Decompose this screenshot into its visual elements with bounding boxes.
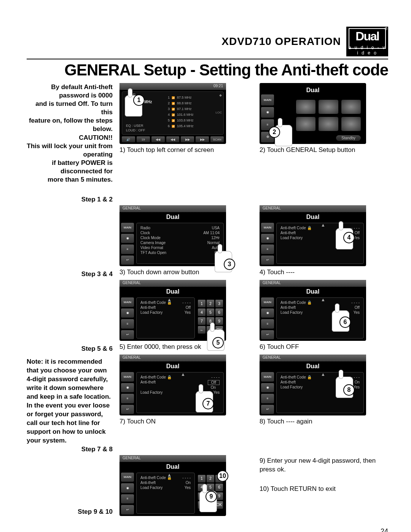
step-7-8-label: Step 7 & 8 (27, 445, 113, 454)
key-3: 3 (215, 300, 223, 307)
app-bt-icon (296, 117, 315, 131)
general-label: GENERAL (119, 205, 226, 212)
up-arrow-icon: ▲ (167, 297, 172, 302)
eq-icon: ≡ (121, 394, 134, 403)
disc-icon: ◉ (121, 483, 134, 493)
lock-icon: 🔒 (307, 226, 312, 230)
caption-10: 10) Touch RETURN to exit (260, 485, 388, 494)
brand-label: Dual (119, 463, 226, 470)
step-number-1: 1 (133, 94, 145, 106)
divider (27, 59, 388, 59)
app-ipod-icon (341, 100, 361, 114)
eq-icon: ≡ (261, 319, 274, 329)
main-button: MAIN (121, 372, 134, 382)
main-button: MAIN (261, 372, 274, 382)
product-name: XDVD710 (221, 35, 272, 47)
operation-label: OPERATION (275, 35, 341, 47)
return-icon: ↩ (261, 405, 274, 414)
step-number-10: 10 (217, 470, 228, 482)
app-grid (296, 100, 361, 131)
screenshot-step-6: GENERAL Dual MAIN ◉ ≡ ↩ ▲ Anti-theft Cod… (260, 280, 366, 341)
caption-6: 6) Touch OFF (260, 343, 388, 351)
app-av-icon (319, 117, 338, 131)
caption-8: 8) Touch ---- again (260, 418, 388, 426)
app-radio-icon (296, 100, 315, 114)
rew-button: ◀◀ (166, 136, 180, 142)
brand-label: Dual (260, 288, 366, 295)
screenshot-step-3: GENERAL Dual MAIN ◉ ≡ ↩ RadioUSA ClockAM… (119, 205, 226, 266)
brand-label: Dual (260, 214, 366, 220)
option-off: Off (208, 380, 220, 385)
screenshot-step-1: 09:21 FM1 97.1 MHz EQ : USER LOUD : OFF … (119, 83, 226, 144)
key-7: 7 (198, 317, 206, 325)
eq-icon: ≡ (261, 244, 274, 254)
up-arrow-icon: ▲ (167, 472, 172, 478)
brand-label: Dual (260, 363, 366, 370)
lock-icon: 🔒 (167, 375, 172, 379)
settings-panel: ▲ Anti-theft Code 🔒- - - - Anti-theftOn … (136, 473, 195, 514)
screenshot-step-2: Dual MAIN ◉ ≡ ⚙ Stan (260, 83, 366, 144)
caption-2: 2) Touch GENERAL Setup button (260, 146, 388, 155)
settings-panel: ▲ Anti-theft Code 🔒- - - - Anti-theftOff… (136, 297, 195, 339)
general-label: GENERAL (119, 455, 226, 462)
key-4: 4 (198, 308, 206, 316)
key-5: 5 (207, 484, 214, 491)
key-9: 9 (215, 317, 223, 325)
intro-text: By default Anti-theft password is 0000 a… (27, 83, 113, 184)
lock-icon: 🔒 (307, 300, 312, 305)
disc-icon: ◉ (261, 234, 274, 243)
caption-7: 7) Touch ON (119, 418, 248, 426)
main-button: MAIN (261, 94, 274, 105)
note-text: Note: it is recommended that you choose … (27, 358, 113, 445)
eq-icon: ≡ (261, 394, 274, 403)
standby-button: Standby (336, 135, 361, 141)
key-2: 2 (207, 475, 214, 482)
preset-list: 1 📶 87.5 MHz 2 📶 88.8 MHz 3 📶 97.1 MHz 4… (168, 95, 216, 129)
settings-panel: ▲ Anti-theft Code 🔒- - - - Anti-theftOff… (276, 297, 364, 339)
up-arrow-icon: ▲ (321, 372, 325, 377)
return-icon: ↩ (261, 256, 274, 265)
product-header: XDVD710 OPERATION (221, 35, 341, 48)
general-label: GENERAL (260, 355, 366, 361)
option-on: On (208, 385, 220, 390)
disc-icon: ◉ (121, 383, 134, 393)
brand-label: Dual (119, 288, 226, 295)
up-arrow-icon: ▲ (321, 297, 325, 302)
key-1: 1 (198, 300, 206, 307)
next-button: ▶▶ (196, 136, 209, 142)
general-label: GENERAL (119, 280, 226, 287)
step-9-10-label: Step 9 & 10 (27, 508, 113, 516)
return-icon: ↩ (121, 505, 134, 514)
eq-icon: ≡ (121, 319, 134, 329)
eq-icon: ≡ (121, 244, 134, 254)
volume-icon: 🔊 (122, 136, 135, 142)
caption-4: 4) Touch ---- (260, 268, 388, 277)
page-number: 24 (27, 527, 388, 532)
screenshot-step-4: GENERAL Dual MAIN ◉ ≡ ↩ ▲ Anti-theft Cod… (260, 205, 366, 266)
app-xm-icon (341, 117, 361, 131)
step-number-9: 9 (206, 491, 217, 502)
main-button: MAIN (121, 473, 134, 482)
disc-icon: ◉ (261, 107, 274, 118)
eq-icon: ≡ (121, 494, 134, 504)
key-6: 6 (215, 484, 223, 491)
general-label: GENERAL (260, 205, 366, 212)
main-button: MAIN (121, 297, 134, 307)
return-icon: ↩ (121, 330, 134, 340)
app-disc-icon (319, 100, 338, 114)
lock-icon: 🔒 (307, 375, 312, 379)
main-button: MAIN (121, 223, 134, 232)
main-button: MAIN (261, 297, 274, 307)
caption-5: 5) Enter 0000, then press ok (119, 343, 248, 351)
radio-bottom-bar: 🔊 19 ◀◀ ◀◀ ▶▶ ▶▶ SCAN (122, 136, 224, 142)
clock-text: 09:21 (119, 83, 226, 90)
return-icon: ↩ (121, 405, 134, 414)
volume-value: 19 (137, 136, 150, 142)
key-2: 2 (207, 300, 214, 307)
screenshot-step-9-10: GENERAL Dual MAIN ◉ ≡ ↩ ▲ Anti-theft Cod… (119, 455, 226, 516)
screenshot-step-7: GENERAL Dual MAIN ◉ ≡ ↩ ▲ Anti-theft Cod… (119, 355, 226, 415)
brand-label: Dual (119, 363, 226, 370)
disc-icon: ◉ (261, 383, 274, 393)
settings-panel: RadioUSA ClockAM 11:04 Clock Mode12Hr Ca… (136, 223, 224, 264)
return-icon: ↩ (261, 330, 274, 340)
